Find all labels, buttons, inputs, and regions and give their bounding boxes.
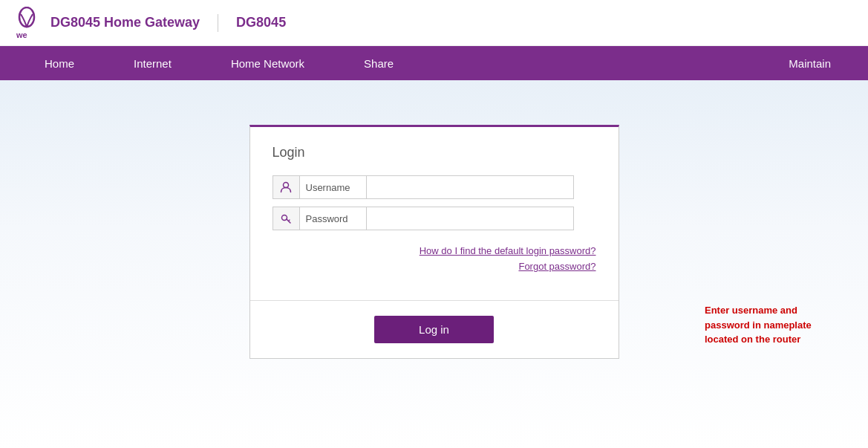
login-title: Login: [273, 145, 596, 160]
username-label: Username: [299, 175, 366, 199]
password-input[interactable]: [366, 207, 574, 230]
logo-area: we DG8045 Home Gateway DG8045: [12, 7, 286, 39]
links-area: How do I find the default login password…: [273, 245, 596, 272]
header-subtitle: DG8045: [236, 15, 286, 30]
svg-text:we: we: [16, 30, 27, 39]
we-logo: we: [12, 7, 42, 39]
nav-item-home-network[interactable]: Home Network: [201, 46, 334, 80]
password-label: Password: [299, 207, 366, 230]
router-note: Enter username and password in nameplate…: [705, 303, 823, 347]
navbar: Home Internet Home Network Share Maintai…: [0, 46, 868, 80]
svg-point-0: [19, 7, 34, 27]
router-note-text: Enter username and password in nameplate…: [705, 305, 812, 345]
nav-item-maintain[interactable]: Maintain: [766, 46, 853, 80]
login-card-body: Login Username: [250, 127, 619, 300]
password-row: Password: [273, 207, 596, 230]
header-divider: [218, 14, 218, 32]
nav-item-share[interactable]: Share: [334, 46, 423, 80]
svg-point-2: [284, 183, 289, 188]
header: we DG8045 Home Gateway DG8045: [0, 0, 868, 46]
login-card: Login Username: [249, 125, 619, 359]
key-icon: [273, 207, 299, 230]
nav-item-internet[interactable]: Internet: [104, 46, 201, 80]
username-row: Username: [273, 175, 596, 199]
header-title: DG8045 Home Gateway: [50, 15, 200, 30]
main-content: Login Username: [0, 80, 868, 448]
login-button[interactable]: Log in: [374, 316, 494, 343]
forgot-link[interactable]: Forgot password?: [273, 261, 596, 272]
user-icon: [273, 175, 299, 199]
username-input[interactable]: [366, 175, 574, 199]
card-footer: Log in: [250, 300, 619, 358]
nav-item-home[interactable]: Home: [15, 46, 104, 80]
help-link[interactable]: How do I find the default login password…: [273, 245, 596, 256]
